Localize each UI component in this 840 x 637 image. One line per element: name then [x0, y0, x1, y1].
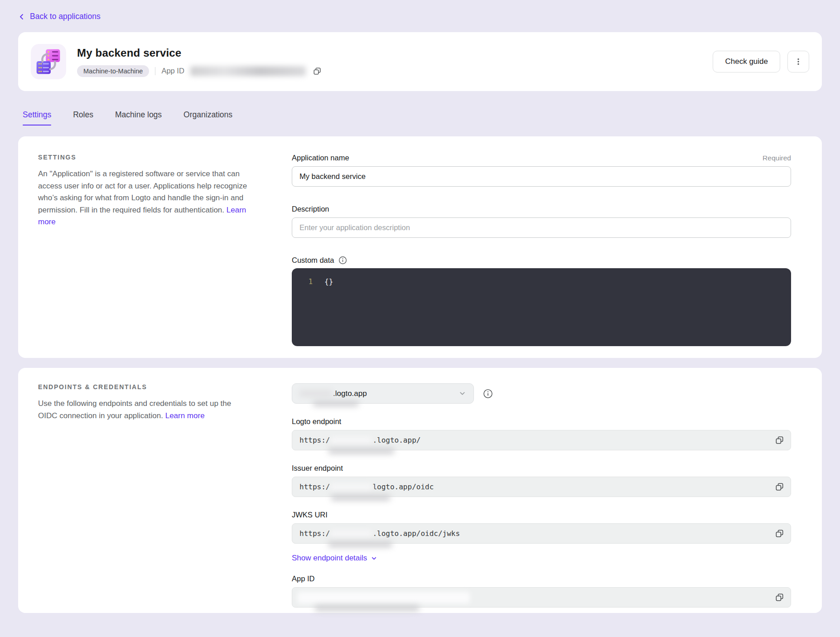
jwks-uri-label: JWKS URI	[292, 511, 328, 519]
show-endpoint-details-link[interactable]: Show endpoint details	[292, 554, 377, 563]
machine-to-machine-app-icon	[31, 44, 66, 79]
issuer-endpoint-label: Issuer endpoint	[292, 464, 343, 473]
jwks-uri-value: https:/ .logto.app/oidc/jwks	[292, 523, 791, 544]
endpoints-credentials-card: ENDPOINTS & CREDENTIALS Use the followin…	[18, 368, 822, 613]
app-id-label: App ID	[161, 67, 184, 75]
meta-divider	[155, 67, 155, 75]
redacted-segment	[331, 483, 372, 491]
custom-data-code-editor[interactable]: 1 {}	[292, 268, 791, 346]
check-guide-button[interactable]: Check guide	[713, 51, 780, 72]
redaction-smudge	[313, 401, 358, 406]
chevron-down-icon	[459, 390, 466, 397]
description-label: Description	[292, 205, 329, 213]
application-details-page: Back to applications	[0, 0, 840, 613]
application-meta-row: Machine-to-Machine App ID	[77, 65, 713, 77]
domain-select[interactable]: .logto.app	[292, 383, 474, 404]
issuer-endpoint-group: Issuer endpoint https:/ logto.app/oidc	[292, 464, 791, 497]
app-id-field-value	[292, 587, 791, 608]
redacted-segment	[331, 530, 372, 538]
description-group: Description	[292, 205, 791, 238]
required-hint: Required	[763, 154, 791, 162]
settings-section-intro: SETTINGS An "Application" is a registere…	[38, 154, 251, 346]
copy-app-id-button[interactable]	[312, 66, 323, 77]
redacted-app-id	[298, 592, 470, 603]
info-icon[interactable]	[338, 256, 347, 265]
logto-endpoint-group: Logto endpoint https:/ .logto.app/	[292, 417, 791, 450]
copy-issuer-endpoint-button[interactable]	[772, 479, 787, 495]
logto-endpoint-label: Logto endpoint	[292, 417, 341, 426]
tab-bar: Settings Roles Machine logs Organization…	[18, 110, 822, 125]
endpoints-form: .logto.app Logto endpoint https:/	[292, 383, 791, 608]
application-header-info: My backend service Machine-to-Machine Ap…	[77, 47, 713, 77]
app-id-field-label: App ID	[292, 574, 314, 583]
settings-section-description: An "Application" is a registered softwar…	[38, 168, 251, 228]
header-actions: Check guide	[713, 51, 809, 72]
back-to-applications-link[interactable]: Back to applications	[18, 12, 101, 21]
custom-data-group: Custom data 1 {}	[292, 256, 791, 346]
kebab-menu-icon	[794, 58, 802, 66]
application-name-group: Application name Required	[292, 154, 791, 187]
domain-suffix: .logto.app	[333, 389, 367, 398]
redaction-smudge	[315, 605, 419, 611]
tab-roles[interactable]: Roles	[73, 110, 93, 125]
redaction-smudge	[328, 448, 394, 454]
info-icon[interactable]	[483, 389, 493, 399]
redacted-segment	[331, 436, 372, 444]
domain-select-row: .logto.app	[292, 383, 791, 404]
logto-endpoint-value: https:/ .logto.app/	[292, 430, 791, 450]
endpoints-section-title: ENDPOINTS & CREDENTIALS	[38, 383, 251, 391]
redaction-smudge	[328, 541, 392, 547]
domain-redacted-prefix	[299, 390, 332, 397]
application-header-card: My backend service Machine-to-Machine Ap…	[18, 32, 822, 91]
settings-section-title: SETTINGS	[38, 154, 251, 161]
endpoints-learn-more-link[interactable]: Learn more	[165, 411, 205, 420]
description-input[interactable]	[292, 217, 791, 238]
tab-organizations[interactable]: Organizations	[183, 110, 232, 125]
more-actions-button[interactable]	[787, 51, 809, 72]
editor-code-content: {}	[324, 276, 333, 286]
tab-settings[interactable]: Settings	[23, 110, 51, 125]
custom-data-label: Custom data	[292, 256, 347, 265]
copy-icon	[313, 67, 321, 75]
chevron-left-icon	[18, 13, 25, 20]
application-title: My backend service	[77, 47, 713, 59]
application-name-input[interactable]	[292, 166, 791, 187]
endpoints-section-intro: ENDPOINTS & CREDENTIALS Use the followin…	[38, 383, 251, 608]
redaction-smudge	[331, 495, 390, 501]
app-type-badge: Machine-to-Machine	[77, 65, 149, 77]
settings-card: SETTINGS An "Application" is a registere…	[18, 136, 822, 358]
issuer-endpoint-value: https:/ logto.app/oidc	[292, 477, 791, 497]
copy-logto-endpoint-button[interactable]	[772, 433, 787, 448]
jwks-uri-group: JWKS URI https:/ .logto.app/oidc/jwks	[292, 511, 791, 544]
chevron-down-icon	[371, 555, 377, 562]
back-link-label: Back to applications	[30, 12, 101, 21]
copy-jwks-uri-button[interactable]	[772, 526, 787, 541]
app-id-redacted-value	[190, 66, 306, 76]
application-name-label: Application name	[292, 154, 349, 162]
settings-form: Application name Required Description Cu…	[292, 154, 791, 346]
endpoints-section-description: Use the following endpoints and credenti…	[38, 398, 251, 422]
tab-machine-logs[interactable]: Machine logs	[115, 110, 162, 125]
app-id-field-group: App ID	[292, 574, 791, 608]
editor-line-number: 1	[292, 276, 313, 286]
copy-app-id-field-button[interactable]	[772, 590, 787, 605]
